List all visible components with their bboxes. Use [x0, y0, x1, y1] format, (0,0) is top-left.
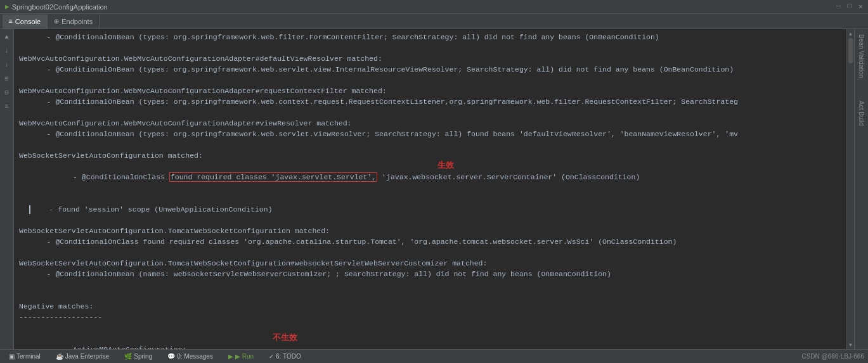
gutter-icon5[interactable]: ≡	[2, 101, 12, 111]
title-bar: ▶ Springboot02ConfigApplication ─ □ ✕	[0, 0, 868, 14]
run-icon: ▶	[228, 353, 233, 360]
log-line-20: - @ConditionalOnBean (names: websocketSe…	[19, 269, 841, 279]
annotation-shengxiao: 生效	[437, 160, 454, 170]
log-suffix-13: 'javax.websocket.server.ServerContainer'…	[377, 173, 640, 181]
log-line-7: - @ConditionalOnBean (types: org.springf…	[19, 96, 841, 107]
log-line-24: -------------------	[19, 312, 841, 322]
right-panel-bean-validation[interactable]: Bean Validation	[858, 32, 865, 80]
window-minimize[interactable]: ─	[836, 2, 841, 11]
main-layout: ▲ ↓ ↓ ⊞ ⊟ ≡ - @ConditionalOnBean (types:…	[0, 29, 868, 349]
tab-endpoints[interactable]: ⊕ Endpoints	[48, 15, 100, 29]
bottom-terminal-btn[interactable]: ▣ Terminal	[4, 351, 46, 362]
bottom-bar: ▣ Terminal ☕ Java Enterprise 🌿 Spring 💬 …	[0, 349, 868, 363]
gutter-arrow-up[interactable]: ▲	[2, 32, 12, 42]
tab-bar: ≡ Console ⊕ Endpoints	[0, 14, 868, 29]
log-line-blank6	[19, 247, 841, 258]
log-line-blank2	[19, 75, 841, 86]
log-line-blank5	[19, 215, 841, 226]
cursor-indicator	[29, 205, 30, 214]
log-line-13: - @ConditionalOnClass found required cla…	[19, 161, 841, 204]
tab-console[interactable]: ≡ Console	[3, 15, 48, 29]
log-line-3: WebMvcAutoConfiguration.WebMvcAutoConfig…	[19, 53, 841, 64]
log-line-17: - @ConditionalOnClass found required cla…	[19, 236, 841, 247]
annotation-bushengxiao: 不生效	[273, 332, 297, 343]
java-enterprise-icon: ☕	[56, 353, 63, 360]
highlight-found-classes: found required classes 'javax.servlet.Se…	[169, 172, 377, 182]
log-line-blank7	[19, 279, 841, 290]
gutter-icon3[interactable]: ⊞	[2, 73, 12, 84]
bottom-messages-btn[interactable]: 💬 0: Messages	[162, 351, 218, 362]
console-content: - @ConditionalOnBean (types: org.springf…	[14, 29, 846, 349]
log-line-blank4	[19, 139, 841, 150]
endpoints-icon: ⊕	[54, 18, 59, 25]
log-line-blank9	[19, 322, 841, 333]
bottom-run-btn[interactable]: ▶ ▶ Run	[223, 351, 259, 362]
title-bar-icon: ▶	[5, 3, 10, 11]
console-icon: ≡	[9, 18, 13, 25]
log-line-blank8	[19, 290, 841, 301]
scroll-thumb[interactable]	[848, 38, 853, 63]
right-panel-act-build[interactable]: Act Build	[858, 98, 865, 128]
gutter-down1[interactable]: ↓	[2, 46, 12, 56]
log-line-4: - @ConditionalOnBean (types: org.springf…	[19, 64, 841, 75]
scrollbar[interactable]: ▲ ▼	[846, 29, 854, 349]
title-bar-text: Springboot02ConfigApplication	[12, 3, 108, 11]
todo-icon: ✓	[269, 353, 274, 360]
bottom-java-enterprise-btn[interactable]: ☕ Java Enterprise	[51, 351, 114, 362]
log-line-1: - @ConditionalOnBean (types: org.springf…	[19, 32, 841, 42]
bottom-right-credit: CSDN @666-LBJ-666	[801, 353, 864, 360]
log-line-blank1	[19, 42, 841, 53]
log-line-blank3	[19, 107, 841, 118]
window-close[interactable]: ✕	[858, 2, 863, 11]
window-restore[interactable]: □	[848, 2, 852, 11]
log-line-12: WebSocketServletAutoConfiguration matche…	[19, 150, 841, 161]
right-panel: Bean Validation Act Build	[854, 29, 868, 349]
log-line-16: WebSocketServletAutoConfiguration.Tomcat…	[19, 226, 841, 236]
gutter-icon4[interactable]: ⊟	[2, 87, 12, 98]
scroll-arrow-down[interactable]: ▼	[848, 341, 854, 348]
log-prefix-13: - @ConditionalOnClass	[55, 173, 169, 181]
messages-icon: 💬	[167, 353, 175, 360]
log-line-19: WebSocketServletAutoConfiguration.Tomcat…	[19, 258, 841, 269]
spring-icon: 🌿	[124, 353, 132, 360]
title-bar-controls: ─ □ ✕	[836, 2, 863, 11]
log-line-23: Negative matches:	[19, 301, 841, 312]
log-line-26: ActiveMQAutoConfiguration: 不生效	[19, 333, 841, 349]
terminal-icon: ▣	[9, 353, 15, 360]
bottom-todo-btn[interactable]: ✓ 6: TODO	[264, 351, 306, 362]
left-gutter: ▲ ↓ ↓ ⊞ ⊟ ≡	[0, 29, 14, 349]
scroll-arrow-up[interactable]: ▲	[848, 30, 854, 37]
log-line-9: WebMvcAutoConfiguration.WebMvcAutoConfig…	[19, 118, 841, 129]
log-line-10: - @ConditionalOnBean (types: org.springf…	[19, 129, 841, 139]
bottom-spring-btn[interactable]: 🌿 Spring	[119, 351, 157, 362]
log-line-6: WebMvcAutoConfiguration.WebMvcAutoConfig…	[19, 86, 841, 96]
log-line-14: - found 'session' scope (UnwebApplicatio…	[19, 204, 841, 215]
gutter-down2[interactable]: ↓	[2, 60, 12, 70]
